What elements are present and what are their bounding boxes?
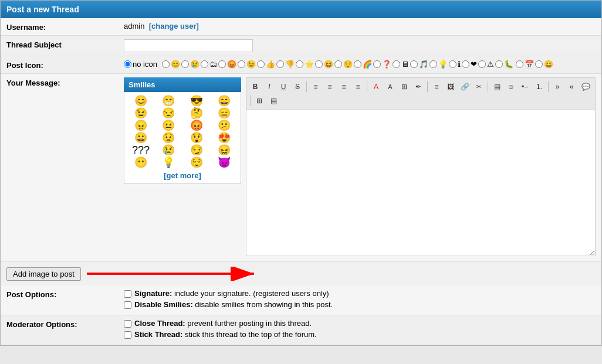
toolbar-btn-unlink[interactable]: ✂ xyxy=(472,80,485,93)
smiley-item-1[interactable]: 😁 xyxy=(162,96,175,106)
smilies-header: Smilies xyxy=(124,77,241,92)
smiley-item-23[interactable]: 😈 xyxy=(218,157,231,168)
toolbar-btn-link[interactable]: 🔗 xyxy=(458,80,471,93)
icon-radio-3[interactable] xyxy=(201,60,208,68)
smiley-item-17[interactable]: 😢 xyxy=(162,145,175,155)
icon-radio-11[interactable] xyxy=(354,60,361,68)
smiley-item-6[interactable]: 🤔 xyxy=(190,108,203,118)
moderator-options-label: Moderator Options: xyxy=(1,315,118,345)
change-user-link[interactable]: [change user] xyxy=(149,22,199,30)
your-message-label: Your Message: xyxy=(1,74,118,262)
icon-radio-4[interactable] xyxy=(218,60,226,68)
smiley-item-5[interactable]: 😒 xyxy=(162,108,175,118)
smiley-item-2[interactable]: 😎 xyxy=(190,96,203,106)
smiley-item-19[interactable]: 😖 xyxy=(218,145,231,155)
icon-radio-20[interactable] xyxy=(516,60,523,68)
message-cell: Smilies 😊😁😎😄😉😒🤔😑😠😐😡😕😀😟😲😍???😢😏😖😶💡😌😈 [get … xyxy=(118,74,601,262)
post-options-row: Post Options: Signature: include your si… xyxy=(1,285,601,315)
icon-radio-13[interactable] xyxy=(393,60,400,68)
icon-radio-16[interactable] xyxy=(449,60,456,68)
icon-10: 😌 xyxy=(343,60,353,69)
smiley-item-7[interactable]: 😑 xyxy=(218,108,231,118)
smiley-item-20[interactable]: 😶 xyxy=(134,157,147,168)
toolbar-btn-justify[interactable]: ≡ xyxy=(351,80,364,93)
toolbar-btn-special[interactable]: ⊞ xyxy=(398,80,411,93)
mod-option-stick_thread: Stick Thread: stick this thread to the t… xyxy=(124,330,596,339)
mod-option-checkbox-stick_thread[interactable] xyxy=(124,331,131,339)
icon-radio-8[interactable] xyxy=(296,60,303,68)
editor-wrapper: BIUS≡≡≡≡AA⊞✒≡🖼🔗✂▤☺•‒1.»«💬⊞▤ xyxy=(246,77,596,258)
icon-11: 🌈 xyxy=(363,60,372,69)
icon-radio-1[interactable] xyxy=(162,60,170,68)
username-row: Username: admin [change user] xyxy=(1,18,601,36)
smiley-item-21[interactable]: 💡 xyxy=(162,157,175,168)
post-option-checkbox-disable_smilies[interactable] xyxy=(124,301,131,309)
icon-radio-6[interactable] xyxy=(257,60,265,68)
mod-option-checkbox-close_thread[interactable] xyxy=(124,320,131,328)
toolbar-btn-font-size[interactable]: A xyxy=(384,80,397,93)
toolbar-btn-italic[interactable]: I xyxy=(263,80,276,93)
mod-option-label-close_thread: Close Thread: prevent further posting in… xyxy=(134,319,312,328)
toolbar-btn-unordered-list[interactable]: •‒ xyxy=(519,80,532,93)
smiley-item-14[interactable]: 😲 xyxy=(190,132,203,143)
icon-radio-2[interactable] xyxy=(181,60,189,68)
toolbar-btn-smiley[interactable]: ☺ xyxy=(505,80,518,93)
smiley-item-10[interactable]: 😡 xyxy=(190,120,203,131)
icon-radio-7[interactable] xyxy=(276,60,284,68)
toolbar-btn-bold[interactable]: B xyxy=(249,80,262,93)
icon-18: ⚠ xyxy=(487,60,494,69)
toolbar-btn-indent[interactable]: ≡ xyxy=(430,80,443,93)
smiley-item-13[interactable]: 😟 xyxy=(162,132,175,143)
moderator-options-list: Close Thread: prevent further posting in… xyxy=(124,319,596,339)
toolbar-btn-comment[interactable]: 💬 xyxy=(579,80,592,93)
toolbar-btn-block[interactable]: ▤ xyxy=(491,80,503,93)
no-icon-radio[interactable] xyxy=(124,60,131,68)
toolbar-btn-strikethrough[interactable]: S xyxy=(291,80,304,93)
toolbar-btn-grid[interactable]: ⊞ xyxy=(253,94,266,107)
toolbar-btn-align-left[interactable]: ≡ xyxy=(309,80,322,93)
moderator-options-row: Moderator Options: Close Thread: prevent… xyxy=(1,315,601,345)
toolbar-btn-image[interactable]: 🖼 xyxy=(444,80,457,93)
toolbar-btn-ordered-list[interactable]: 1. xyxy=(533,80,546,93)
username-label: Username: xyxy=(1,18,118,36)
smiley-item-8[interactable]: 😠 xyxy=(134,120,147,131)
icon-radio-14[interactable] xyxy=(410,60,418,68)
icon-radio-21[interactable] xyxy=(535,60,543,68)
icon-radio-17[interactable] xyxy=(462,60,469,68)
smiley-item-9[interactable]: 😐 xyxy=(162,120,175,131)
smiley-item-0[interactable]: 😊 xyxy=(134,96,147,106)
icon-radio-5[interactable] xyxy=(238,60,245,68)
smiley-item-12[interactable]: 😀 xyxy=(134,132,147,143)
thread-subject-cell xyxy=(118,36,601,56)
icon-radio-10[interactable] xyxy=(334,60,342,68)
mod-option-close_thread: Close Thread: prevent further posting in… xyxy=(124,319,596,328)
icon-radio-9[interactable] xyxy=(315,60,323,68)
toolbar-btn-code[interactable]: « xyxy=(565,80,578,93)
toolbar-btn-quote[interactable]: » xyxy=(551,80,564,93)
smiley-item-3[interactable]: 😄 xyxy=(218,96,231,106)
icon-radio-19[interactable] xyxy=(495,60,503,68)
smiley-item-4[interactable]: 😉 xyxy=(134,108,147,118)
smiley-item-16[interactable]: ??? xyxy=(132,145,150,155)
smiley-item-22[interactable]: 😌 xyxy=(190,157,203,168)
toolbar-btn-font-color[interactable]: A xyxy=(370,80,383,93)
thread-subject-input[interactable] xyxy=(124,39,253,52)
get-more-link[interactable]: [get more] xyxy=(164,171,201,180)
toolbar-btn-align-center[interactable]: ≡ xyxy=(323,80,336,93)
toolbar-btn-underline[interactable]: U xyxy=(277,80,290,93)
toolbar-btn-source[interactable]: ▤ xyxy=(267,94,280,107)
icon-radio-18[interactable] xyxy=(478,60,486,68)
icon-radio-12[interactable] xyxy=(373,60,381,68)
smiley-item-15[interactable]: 😍 xyxy=(218,132,231,143)
toolbar-btn-align-right[interactable]: ≡ xyxy=(337,80,350,93)
message-textarea[interactable] xyxy=(246,110,596,256)
add-image-button[interactable]: Add image to post xyxy=(6,267,81,281)
toolbar-btn-format[interactable]: ✒ xyxy=(412,80,425,93)
toolbar-separator-14 xyxy=(427,81,428,92)
icon-20: 📅 xyxy=(525,60,534,69)
post-option-checkbox-signature[interactable] xyxy=(124,290,131,298)
icon-radio-15[interactable] xyxy=(429,60,437,68)
smiley-item-11[interactable]: 😕 xyxy=(218,120,231,131)
toolbar: BIUS≡≡≡≡AA⊞✒≡🖼🔗✂▤☺•‒1.»«💬⊞▤ xyxy=(246,77,596,110)
smiley-item-18[interactable]: 😏 xyxy=(190,145,203,155)
